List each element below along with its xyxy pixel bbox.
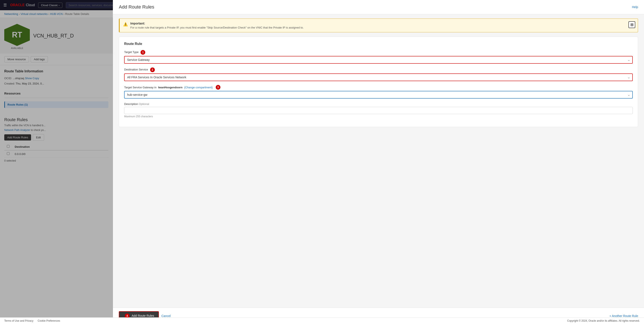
step-3-badge: 3 bbox=[216, 85, 220, 90]
target-type-group: Target Type 1 Service Gateway Internet G… bbox=[124, 50, 633, 64]
banner-help-button[interactable]: ⊞ bbox=[628, 21, 635, 28]
destination-service-select[interactable]: All FRA Services In Oracle Services Netw… bbox=[124, 73, 633, 81]
important-banner: ⚠️ Important: For a route rule that targ… bbox=[119, 18, 638, 32]
destination-service-label: Destination Service 2 bbox=[124, 67, 633, 72]
banner-title: Important: bbox=[130, 22, 634, 25]
target-service-label-row: Target Service Gateway in IwanHoogendoor… bbox=[124, 85, 633, 90]
description-group: Description Optional Maximum 255 charact… bbox=[124, 102, 633, 118]
target-compartment-name: IwanHoogendoorn bbox=[158, 86, 182, 89]
target-type-select[interactable]: Service Gateway Internet Gateway NAT Gat… bbox=[124, 56, 633, 64]
add-route-rules-dialog: Add Route Rules Help ⚠️ Important: For a… bbox=[113, 0, 644, 323]
main-container: RT AVAILABLE VCN_HUB_RT_D Move resource … bbox=[0, 18, 644, 323]
destination-service-select-wrapper: All FRA Services In Oracle Services Netw… bbox=[124, 73, 633, 81]
banner-help-icon: ⊞ bbox=[630, 22, 634, 27]
description-input[interactable] bbox=[124, 107, 633, 114]
destination-service-group: Destination Service 2 All FRA Services I… bbox=[124, 67, 633, 81]
another-route-rule-button[interactable]: + Another Route Rule bbox=[610, 314, 638, 318]
target-service-gateway-group: Target Service Gateway in IwanHoogendoor… bbox=[124, 85, 633, 99]
target-service-label-text: Target Service Gateway in bbox=[124, 86, 156, 89]
add-route-rules-label: Add Route Rules bbox=[132, 314, 154, 318]
terms-link[interactable]: Terms of Use and Privacy bbox=[4, 319, 34, 322]
dialog-body: ⚠️ Important: For a route rule that targ… bbox=[113, 14, 644, 308]
route-rule-card: Route Rule Target Type 1 Service Gateway… bbox=[119, 37, 638, 127]
target-gateway-select-wrapper: hub-service-gw bbox=[124, 91, 633, 99]
bottom-bar: Terms of Use and Privacy Cookie Preferen… bbox=[0, 318, 644, 323]
target-type-select-wrapper: Service Gateway Internet Gateway NAT Gat… bbox=[124, 56, 633, 64]
route-rule-card-title: Route Rule bbox=[124, 42, 633, 46]
cancel-button[interactable]: Cancel bbox=[162, 314, 171, 318]
target-type-label: Target Type 1 bbox=[124, 50, 633, 55]
banner-content: Important: For a route rule that targets… bbox=[130, 22, 634, 29]
warning-icon: ⚠️ bbox=[123, 22, 128, 27]
dialog-help-link[interactable]: Help bbox=[632, 5, 638, 9]
cookie-link[interactable]: Cookie Preferences bbox=[38, 319, 60, 322]
optional-text: Optional bbox=[139, 102, 149, 106]
step-1-badge: 1 bbox=[140, 50, 145, 55]
target-gateway-select[interactable]: hub-service-gw bbox=[124, 91, 633, 99]
copyright-text: Copyright © 2024, Oracle and/or its affi… bbox=[567, 319, 640, 322]
dialog-title: Add Route Rules bbox=[119, 4, 154, 10]
change-compartment-link[interactable]: (Change compartment) bbox=[184, 86, 213, 89]
step-2-badge: 2 bbox=[150, 67, 155, 72]
banner-text: For a route rule that targets a Private … bbox=[130, 26, 634, 29]
description-label: Description Optional bbox=[124, 102, 633, 106]
dialog-header: Add Route Rules Help bbox=[113, 0, 644, 14]
description-hint: Maximum 255 characters bbox=[124, 115, 633, 118]
